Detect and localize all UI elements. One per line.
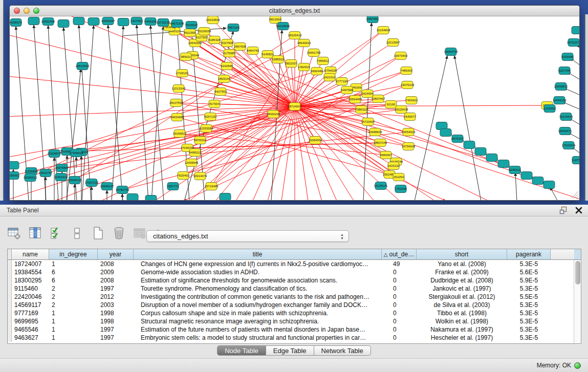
- graph-node[interactable]: [145, 195, 157, 201]
- graph-node[interactable]: 9242848: [221, 62, 233, 70]
- graph-node[interactable]: 11451914: [54, 173, 68, 181]
- graph-node[interactable]: 14136141: [374, 182, 388, 190]
- citation-edge-red[interactable]: [291, 63, 295, 106]
- graph-node[interactable]: 14671338: [170, 20, 184, 28]
- graph-node[interactable]: [58, 20, 69, 28]
- scrollbar-thumb[interactable]: [575, 261, 580, 285]
- table-row[interactable]: 1872400712008Changes of HCN gene express…: [8, 260, 581, 268]
- minimize-window-button[interactable]: [24, 8, 30, 14]
- table-mode-icon[interactable]: [7, 226, 21, 240]
- graph-node[interactable]: 6679197: [451, 135, 464, 143]
- graph-node[interactable]: 1621012: [323, 74, 336, 81]
- graph-node[interactable]: [28, 17, 39, 25]
- graph-node[interactable]: 1107533: [572, 157, 580, 164]
- graph-node[interactable]: 1327602: [130, 17, 143, 25]
- graph-node[interactable]: 4035574: [10, 19, 22, 27]
- select-all-columns-icon[interactable]: [49, 226, 63, 240]
- graph-node[interactable]: 18807249: [374, 139, 387, 147]
- graph-node[interactable]: 3624554: [361, 90, 374, 98]
- graph-node[interactable]: [572, 27, 580, 34]
- citation-edge-black[interactable]: [454, 56, 481, 201]
- graph-node[interactable]: 989011: [180, 53, 191, 61]
- graph-node[interactable]: 18107554: [169, 99, 183, 107]
- graph-node[interactable]: [440, 129, 451, 137]
- column-header-out_de[interactable]: △out_de…: [382, 249, 417, 259]
- graph-node[interactable]: 9227349: [558, 67, 571, 75]
- graph-node[interactable]: 15226058: [198, 28, 211, 35]
- graph-node[interactable]: 2803144: [218, 75, 230, 83]
- graph-node[interactable]: 18300295: [267, 111, 280, 118]
- citation-edge-red[interactable]: [295, 67, 304, 106]
- column-header-year[interactable]: year: [98, 249, 134, 259]
- graph-node[interactable]: [220, 193, 231, 201]
- graph-node[interactable]: [543, 181, 555, 189]
- graph-node[interactable]: 9329966: [561, 53, 574, 61]
- table-row[interactable]: 1938455462009Genome-wide association stu…: [8, 268, 581, 276]
- graph-node[interactable]: 1557771: [167, 183, 179, 190]
- graph-node[interactable]: 16033809: [206, 16, 220, 24]
- graph-node[interactable]: 9777169: [336, 78, 348, 85]
- graph-node[interactable]: 2718126: [176, 70, 188, 77]
- graph-node[interactable]: 6497568: [341, 86, 353, 94]
- graph-node[interactable]: 9990448: [311, 68, 323, 75]
- citation-edge-black[interactable]: [515, 173, 517, 201]
- graph-node[interactable]: [127, 194, 138, 201]
- graph-node[interactable]: 15716485: [205, 183, 219, 190]
- import-table-disabled-icon[interactable]: [133, 226, 147, 240]
- graph-node[interactable]: 3684067: [380, 151, 392, 159]
- graph-node[interactable]: [532, 177, 543, 185]
- graph-node[interactable]: 16914479: [193, 172, 207, 180]
- graph-node[interactable]: 7986322: [355, 106, 367, 114]
- graph-node[interactable]: 1615132: [387, 162, 400, 170]
- graph-node[interactable]: 15654920: [402, 128, 416, 136]
- graph-node[interactable]: 7463620: [405, 97, 418, 104]
- graph-node[interactable]: 1588520: [272, 56, 284, 63]
- graph-node[interactable]: 62160: [385, 101, 397, 108]
- column-header-title[interactable]: title: [134, 249, 382, 259]
- memory-indicator[interactable]: Memory: OK: [537, 362, 581, 369]
- column-header-pagerank[interactable]: pagerank: [507, 249, 551, 259]
- column-header-in_degree[interactable]: in_degree: [49, 249, 98, 259]
- citation-edge-black[interactable]: [151, 27, 163, 201]
- citation-edge-black[interactable]: [137, 25, 148, 201]
- graph-node[interactable]: 15751074: [567, 39, 580, 47]
- graph-node[interactable]: 16210643: [559, 113, 573, 121]
- tab-node-table[interactable]: Node Table: [217, 345, 266, 356]
- graph-node[interactable]: 7955812: [317, 57, 329, 65]
- citation-edge-black[interactable]: [79, 25, 91, 201]
- graph-node[interactable]: 19756928: [402, 143, 416, 150]
- close-panel-icon[interactable]: [575, 206, 583, 214]
- graph-node[interactable]: 5822037: [285, 60, 297, 68]
- graph-node[interactable]: 12444159: [553, 97, 567, 104]
- zoom-window-button[interactable]: [33, 8, 39, 14]
- graph-node[interactable]: 2867608: [234, 43, 246, 51]
- graph-node[interactable]: 3175685: [223, 50, 235, 57]
- graph-node[interactable]: 16154808: [377, 27, 390, 34]
- graph-node[interactable]: 8267130: [204, 113, 216, 121]
- graph-node[interactable]: 16782759: [116, 186, 129, 194]
- table-row[interactable]: 1830029562008Estimation of significance …: [8, 276, 581, 285]
- graph-node[interactable]: 15056512: [24, 174, 37, 182]
- table-row[interactable]: 1456911722003Disruption of a novel membe…: [8, 301, 581, 309]
- citation-edge-red[interactable]: [81, 104, 391, 152]
- graph-node[interactable]: 19664794: [444, 48, 458, 56]
- graph-node[interactable]: 15720407: [361, 118, 375, 126]
- graph-node[interactable]: [73, 17, 84, 25]
- graph-node[interactable]: 10973403: [394, 52, 408, 60]
- table-row[interactable]: 2242004622012Investigating the contribut…: [8, 293, 581, 301]
- graph-node[interactable]: 10719135: [157, 19, 170, 27]
- graph-node[interactable]: 9245012: [509, 166, 521, 174]
- graph-node[interactable]: [521, 172, 532, 180]
- citation-edge-red[interactable]: [180, 134, 386, 155]
- graph-node[interactable]: 10958107: [100, 183, 114, 190]
- citation-edge-black[interactable]: [550, 187, 558, 201]
- close-window-button[interactable]: [14, 8, 20, 14]
- graph-node[interactable]: 17016504: [562, 142, 576, 149]
- graph-node[interactable]: 2649577: [404, 113, 416, 121]
- clear-column-selection-icon[interactable]: [70, 226, 84, 240]
- graph-node[interactable]: 7485063: [400, 67, 412, 75]
- graph-node[interactable]: 7857224: [227, 24, 239, 32]
- graph-node[interactable]: [498, 160, 509, 168]
- graph-node[interactable]: 7625402: [177, 172, 189, 180]
- tab-edge-table[interactable]: Edge Table: [266, 345, 314, 356]
